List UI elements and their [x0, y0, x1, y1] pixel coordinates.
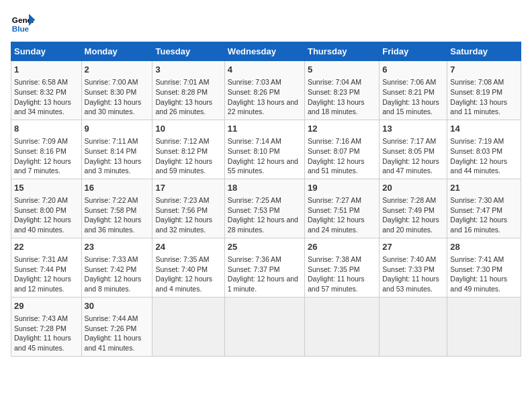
calendar-cell: 28Sunrise: 7:41 AMSunset: 7:30 PMDayligh…: [447, 238, 521, 297]
calendar-cell: 5Sunrise: 7:04 AMSunset: 8:23 PMDaylight…: [304, 61, 379, 120]
day-info: Sunrise: 7:35 AMSunset: 7:40 PMDaylight:…: [155, 255, 221, 294]
day-info: Sunrise: 7:04 AMSunset: 8:23 PMDaylight:…: [308, 77, 376, 117]
day-number: 23: [85, 241, 150, 253]
calendar-cell: 21Sunrise: 7:30 AMSunset: 7:47 PMDayligh…: [447, 179, 521, 238]
day-info: Sunrise: 7:19 AMSunset: 8:03 PMDaylight:…: [450, 136, 518, 176]
calendar-cell: [152, 297, 224, 356]
day-number: 27: [382, 241, 444, 253]
calendar-cell: 10Sunrise: 7:12 AMSunset: 8:12 PMDayligh…: [152, 120, 224, 179]
day-number: 17: [155, 182, 221, 194]
calendar-cell: 25Sunrise: 7:36 AMSunset: 7:37 PMDayligh…: [224, 238, 304, 297]
calendar-cell: 14Sunrise: 7:19 AMSunset: 8:03 PMDayligh…: [447, 120, 521, 179]
calendar-cell: 22Sunrise: 7:31 AMSunset: 7:44 PMDayligh…: [11, 238, 82, 297]
day-number: 8: [14, 123, 79, 135]
day-info: Sunrise: 7:08 AMSunset: 8:19 PMDaylight:…: [450, 77, 518, 117]
day-number: 18: [228, 182, 302, 194]
calendar-cell: 1Sunrise: 6:58 AMSunset: 8:32 PMDaylight…: [11, 61, 82, 120]
weekday-header-sunday: Sunday: [11, 42, 82, 61]
day-info: Sunrise: 7:43 AMSunset: 7:28 PMDaylight:…: [14, 314, 79, 353]
day-number: 22: [14, 241, 79, 253]
day-info: Sunrise: 7:20 AMSunset: 8:00 PMDaylight:…: [14, 195, 79, 235]
day-number: 20: [382, 182, 444, 194]
day-info: Sunrise: 7:00 AMSunset: 8:30 PMDaylight:…: [85, 77, 150, 117]
day-number: 15: [14, 182, 79, 194]
day-number: 5: [308, 64, 376, 76]
day-info: Sunrise: 7:44 AMSunset: 7:26 PMDaylight:…: [85, 314, 150, 353]
calendar-cell: 30Sunrise: 7:44 AMSunset: 7:26 PMDayligh…: [81, 297, 152, 356]
calendar-cell: 19Sunrise: 7:27 AMSunset: 7:51 PMDayligh…: [304, 179, 379, 238]
day-number: 2: [85, 64, 150, 76]
day-number: 29: [14, 300, 79, 312]
day-number: 16: [85, 182, 150, 194]
day-number: 24: [155, 241, 221, 253]
calendar-week-row: 15Sunrise: 7:20 AMSunset: 8:00 PMDayligh…: [11, 179, 521, 238]
day-info: Sunrise: 7:27 AMSunset: 7:51 PMDaylight:…: [308, 195, 376, 235]
day-info: Sunrise: 7:01 AMSunset: 8:28 PMDaylight:…: [155, 77, 221, 117]
day-number: 10: [155, 123, 221, 135]
day-number: 26: [308, 241, 376, 253]
day-number: 9: [85, 123, 150, 135]
day-info: Sunrise: 7:40 AMSunset: 7:33 PMDaylight:…: [382, 255, 444, 294]
weekday-header-thursday: Thursday: [304, 42, 379, 61]
day-info: Sunrise: 7:12 AMSunset: 8:12 PMDaylight:…: [155, 136, 221, 176]
day-number: 30: [85, 300, 150, 312]
day-number: 28: [450, 241, 518, 253]
calendar-week-row: 29Sunrise: 7:43 AMSunset: 7:28 PMDayligh…: [11, 297, 521, 356]
calendar-cell: 4Sunrise: 7:03 AMSunset: 8:26 PMDaylight…: [224, 61, 304, 120]
calendar-table: SundayMondayTuesdayWednesdayThursdayFrid…: [11, 42, 521, 357]
calendar-cell: [304, 297, 379, 356]
calendar-cell: 2Sunrise: 7:00 AMSunset: 8:30 PMDaylight…: [81, 61, 152, 120]
day-number: 12: [308, 123, 376, 135]
logo-icon: General Blue: [11, 11, 35, 35]
weekday-header-row: SundayMondayTuesdayWednesdayThursdayFrid…: [11, 42, 521, 61]
weekday-header-tuesday: Tuesday: [152, 42, 224, 61]
calendar-cell: 23Sunrise: 7:33 AMSunset: 7:42 PMDayligh…: [81, 238, 152, 297]
day-number: 3: [155, 64, 221, 76]
day-info: Sunrise: 7:23 AMSunset: 7:56 PMDaylight:…: [155, 195, 221, 235]
calendar-week-row: 1Sunrise: 6:58 AMSunset: 8:32 PMDaylight…: [11, 61, 521, 120]
day-number: 13: [382, 123, 444, 135]
day-number: 14: [450, 123, 518, 135]
calendar-cell: [224, 297, 304, 356]
day-info: Sunrise: 7:14 AMSunset: 8:10 PMDaylight:…: [228, 136, 302, 176]
day-info: Sunrise: 7:06 AMSunset: 8:21 PMDaylight:…: [382, 77, 444, 117]
day-info: Sunrise: 7:11 AMSunset: 8:14 PMDaylight:…: [85, 136, 150, 176]
calendar-cell: 16Sunrise: 7:22 AMSunset: 7:58 PMDayligh…: [81, 179, 152, 238]
svg-text:Blue: Blue: [12, 24, 30, 33]
day-number: 11: [228, 123, 302, 135]
calendar-cell: 11Sunrise: 7:14 AMSunset: 8:10 PMDayligh…: [224, 120, 304, 179]
calendar-week-row: 22Sunrise: 7:31 AMSunset: 7:44 PMDayligh…: [11, 238, 521, 297]
calendar-cell: 27Sunrise: 7:40 AMSunset: 7:33 PMDayligh…: [380, 238, 447, 297]
calendar-cell: 12Sunrise: 7:16 AMSunset: 8:07 PMDayligh…: [304, 120, 379, 179]
page-header: General Blue: [11, 11, 521, 35]
day-info: Sunrise: 7:09 AMSunset: 8:16 PMDaylight:…: [14, 136, 79, 176]
calendar-cell: 26Sunrise: 7:38 AMSunset: 7:35 PMDayligh…: [304, 238, 379, 297]
calendar-cell: 9Sunrise: 7:11 AMSunset: 8:14 PMDaylight…: [81, 120, 152, 179]
day-number: 25: [228, 241, 302, 253]
day-number: 19: [308, 182, 376, 194]
day-info: Sunrise: 7:17 AMSunset: 8:05 PMDaylight:…: [382, 136, 444, 176]
day-number: 6: [382, 64, 444, 76]
calendar-cell: [447, 297, 521, 356]
day-info: Sunrise: 7:22 AMSunset: 7:58 PMDaylight:…: [85, 195, 150, 235]
day-info: Sunrise: 7:33 AMSunset: 7:42 PMDaylight:…: [85, 255, 150, 294]
day-number: 7: [450, 64, 518, 76]
calendar-cell: 3Sunrise: 7:01 AMSunset: 8:28 PMDaylight…: [152, 61, 224, 120]
calendar-cell: 6Sunrise: 7:06 AMSunset: 8:21 PMDaylight…: [380, 61, 447, 120]
day-info: Sunrise: 7:38 AMSunset: 7:35 PMDaylight:…: [308, 255, 376, 294]
weekday-header-saturday: Saturday: [447, 42, 521, 61]
calendar-cell: 8Sunrise: 7:09 AMSunset: 8:16 PMDaylight…: [11, 120, 82, 179]
weekday-header-monday: Monday: [81, 42, 152, 61]
day-number: 1: [14, 64, 79, 76]
calendar-cell: 7Sunrise: 7:08 AMSunset: 8:19 PMDaylight…: [447, 61, 521, 120]
day-info: Sunrise: 7:30 AMSunset: 7:47 PMDaylight:…: [450, 195, 518, 235]
day-info: Sunrise: 7:41 AMSunset: 7:30 PMDaylight:…: [450, 255, 518, 294]
day-info: Sunrise: 7:31 AMSunset: 7:44 PMDaylight:…: [14, 255, 79, 294]
day-info: Sunrise: 7:25 AMSunset: 7:53 PMDaylight:…: [228, 195, 302, 235]
weekday-header-wednesday: Wednesday: [224, 42, 304, 61]
calendar-cell: 20Sunrise: 7:28 AMSunset: 7:49 PMDayligh…: [380, 179, 447, 238]
calendar-cell: [380, 297, 447, 356]
day-info: Sunrise: 6:58 AMSunset: 8:32 PMDaylight:…: [14, 77, 79, 117]
day-info: Sunrise: 7:03 AMSunset: 8:26 PMDaylight:…: [228, 77, 302, 117]
calendar-cell: 17Sunrise: 7:23 AMSunset: 7:56 PMDayligh…: [152, 179, 224, 238]
